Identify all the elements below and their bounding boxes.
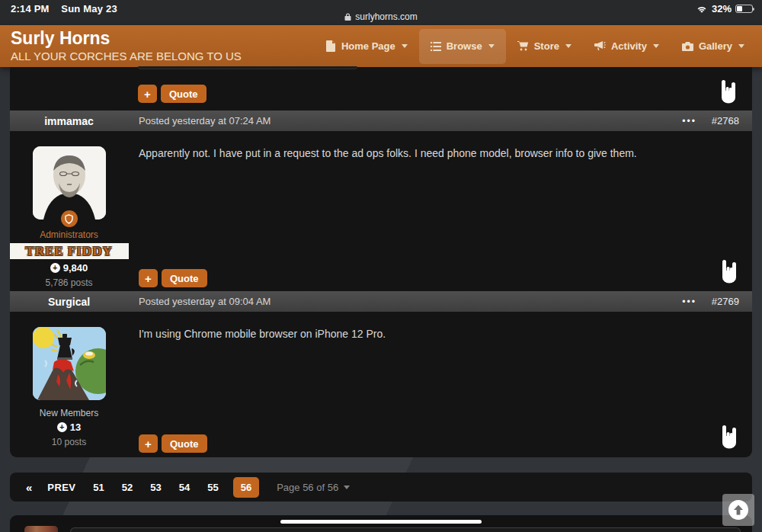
author-pane: New Members + 13 10 posts (10, 312, 128, 457)
battery-percent: 32% (712, 3, 732, 14)
chevron-down-icon (565, 44, 572, 48)
plus-circle-icon: + (57, 422, 67, 432)
scroll-to-top-button[interactable] (722, 494, 754, 526)
post-number[interactable]: #2769 (712, 296, 739, 307)
nav-store[interactable]: Store (506, 29, 583, 64)
post-timestamp[interactable]: Posted yesterday at 07:24 AM (139, 115, 271, 127)
thread-content: + Quote immamac Posted yesterday at 07:2… (10, 67, 752, 457)
admin-shield-badge (61, 210, 78, 227)
avatar[interactable] (33, 327, 106, 400)
avatar[interactable] (33, 146, 106, 220)
post-header: immamac Posted yesterday at 07:24 AM •••… (10, 111, 752, 131)
post-count: 5,786 posts (45, 277, 92, 288)
horns-hand-icon[interactable] (719, 79, 738, 108)
reputation: + 9,840 (50, 262, 88, 274)
horns-hand-icon[interactable] (720, 259, 738, 288)
post-header-right: ••• #2769 (682, 296, 739, 307)
current-page-button[interactable]: 56 (233, 477, 259, 498)
main-nav: Home Page Browse Store (315, 25, 756, 67)
up-arrow-icon (728, 499, 749, 521)
current-user-avatar (24, 526, 58, 532)
address-readout[interactable]: surlyhorns.com (0, 11, 762, 22)
wifi-icon (696, 5, 708, 14)
quote-button[interactable]: Quote (162, 434, 207, 453)
site-brand[interactable]: Surly Horns ALL YOUR CORCHES ARE BELONG … (11, 28, 242, 64)
megaphone-icon (594, 41, 606, 51)
quote-button[interactable]: Quote (162, 269, 207, 287)
nav-browse[interactable]: Browse (419, 29, 506, 64)
react-plus-button[interactable]: + (139, 434, 158, 453)
site-subtitle: ALL YOUR CORCHES ARE BELONG TO US (11, 49, 242, 64)
post-body: New Members + 13 10 posts I'm using Chro… (10, 312, 752, 457)
post-text: I'm using Chrome mobile browser on iPhon… (139, 327, 737, 341)
horns-hand-icon[interactable] (720, 425, 738, 453)
page-link[interactable]: 55 (207, 482, 218, 493)
chevron-down-icon (738, 44, 744, 48)
lock-icon (344, 13, 351, 21)
nav-label: Gallery (699, 40, 732, 52)
react-plus-button[interactable]: + (139, 269, 158, 287)
post-count: 10 posts (52, 437, 86, 447)
chevron-down-icon (653, 44, 659, 48)
post-author[interactable]: immamac (10, 115, 128, 127)
prev-page-button[interactable]: PREV (47, 482, 75, 493)
first-page-button[interactable]: « (26, 481, 32, 494)
post-author[interactable]: Surgical (10, 296, 128, 308)
battery-icon (735, 5, 753, 13)
page-icon (326, 40, 336, 52)
post-header-right: ••• #2768 (682, 115, 739, 127)
list-icon (431, 42, 441, 51)
page-summary-text: Page 56 of 56 (277, 482, 338, 493)
plus-circle-icon: + (50, 263, 60, 273)
post-actions: + Quote (138, 85, 207, 103)
post-header: Surgical Posted yesterday at 09:04 AM ••… (10, 291, 752, 312)
quote-button[interactable]: Quote (161, 85, 207, 103)
post-number[interactable]: #2768 (712, 115, 739, 127)
member-group-label: Administrators (40, 229, 98, 240)
pagination-bar: « PREV 51 52 53 54 55 56 Page 56 of 56 (10, 473, 752, 502)
page-link[interactable]: 52 (122, 482, 133, 493)
camera-icon (682, 42, 693, 51)
chevron-down-icon (402, 44, 408, 48)
page-link[interactable]: 54 (179, 482, 190, 493)
nav-label: Home Page (341, 40, 395, 52)
page-jump-dropdown[interactable]: Page 56 of 56 (277, 482, 350, 493)
reputation-count: 13 (70, 421, 81, 433)
status-indicators: 32% (696, 3, 753, 14)
site-title: Surly Horns (11, 28, 242, 49)
tree-fiddy-banner: TREE FIDDY (10, 243, 129, 259)
reputation-count: 9,840 (63, 262, 88, 274)
screen: 2:14 PM Sun May 23 surlyhorns.com 32% Su… (0, 0, 762, 532)
reputation: + 13 (57, 421, 81, 433)
nav-label: Activity (611, 40, 647, 52)
signature-box-sliver (138, 66, 357, 69)
post-partial-bottom: + Quote (10, 67, 752, 111)
nav-gallery[interactable]: Gallery (671, 29, 756, 64)
nav-activity[interactable]: Activity (583, 29, 671, 64)
chevron-down-icon (488, 44, 495, 48)
react-plus-button[interactable]: + (138, 85, 157, 103)
ios-status-bar: 2:14 PM Sun May 23 surlyhorns.com 32% (0, 0, 762, 25)
post-body: Administrators TREE FIDDY + 9,840 5,786 … (10, 131, 752, 291)
post-options-menu[interactable]: ••• (682, 296, 696, 307)
nav-home-page[interactable]: Home Page (315, 29, 419, 64)
reply-input[interactable] (70, 527, 741, 532)
post-options-menu[interactable]: ••• (682, 116, 696, 127)
url-text: surlyhorns.com (355, 11, 417, 22)
post-content-pane: Apparently not. I have put in a request … (128, 131, 752, 291)
post-content-pane: I'm using Chrome mobile browser on iPhon… (128, 312, 752, 457)
nav-label: Store (534, 40, 559, 52)
post-timestamp[interactable]: Posted yesterday at 09:04 AM (139, 296, 271, 307)
cart-icon (517, 41, 529, 51)
home-indicator[interactable] (280, 520, 482, 524)
reply-bar (10, 515, 752, 532)
post-actions: + Quote (139, 269, 207, 287)
post-text: Apparently not. I have put in a request … (139, 146, 737, 161)
author-pane: Administrators TREE FIDDY + 9,840 5,786 … (10, 131, 128, 291)
member-group-label: New Members (40, 408, 98, 418)
page-link[interactable]: 51 (93, 482, 104, 493)
post-actions: + Quote (139, 434, 207, 453)
chevron-down-icon (344, 486, 350, 489)
site-header: Surly Horns ALL YOUR CORCHES ARE BELONG … (0, 25, 762, 67)
page-link[interactable]: 53 (150, 482, 161, 493)
